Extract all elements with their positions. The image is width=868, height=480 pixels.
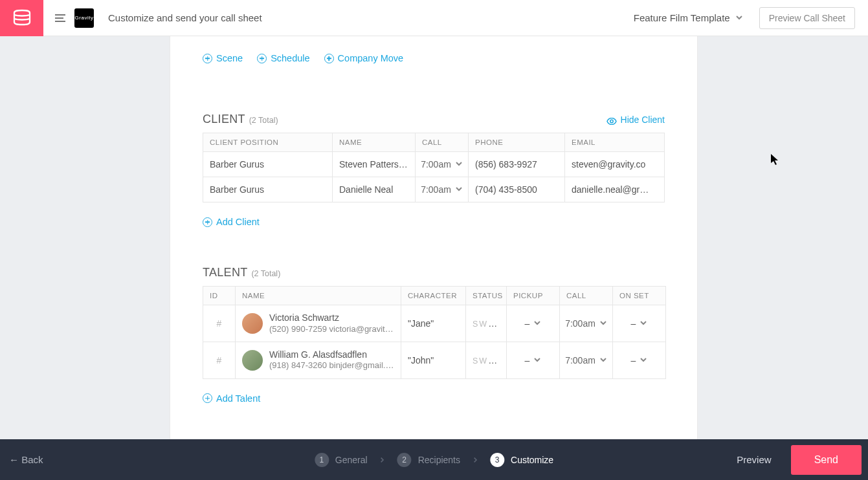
client-section-header: CLIENT (2 Total) Hide Client: [203, 113, 665, 126]
step-recipients[interactable]: 2 Recipients: [397, 453, 460, 467]
preview-call-sheet-button[interactable]: Preview Call Sheet: [759, 7, 855, 29]
col-client-email: EMAIL: [565, 133, 665, 152]
client-name-value: Danielle Neal: [333, 177, 416, 202]
talent-call-value: 7:00am: [565, 318, 595, 329]
talent-status-value[interactable]: SWHF: [473, 318, 502, 329]
talent-section-count: (2 Total): [251, 269, 280, 278]
talent-pickup-dropdown[interactable]: –: [513, 318, 553, 329]
client-call-value: 7:00am: [421, 184, 451, 195]
workspace: Scene Schedule Company Move CLIENT (2 To…: [0, 36, 868, 439]
table-row[interactable]: # Victoria Schwartz (520) 990-7259 victo…: [203, 305, 666, 342]
talent-onset-dropdown[interactable]: –: [619, 355, 659, 365]
back-button[interactable]: ← Back: [9, 454, 43, 465]
preview-button[interactable]: Preview: [737, 454, 771, 465]
chevron-down-icon: [533, 318, 541, 329]
page-title: Customize and send your call sheet: [108, 12, 262, 23]
plus-icon: [203, 393, 212, 403]
chevron-right-icon: [379, 455, 386, 465]
chevron-down-icon: [640, 355, 647, 365]
chevron-down-icon: [599, 355, 607, 365]
add-scene-button[interactable]: Scene: [203, 53, 243, 63]
step-number: 1: [315, 453, 329, 467]
step-label: Recipients: [418, 455, 460, 465]
step-number: 2: [397, 453, 412, 467]
talent-id-value: #: [217, 318, 222, 329]
talent-character-value: "John": [401, 342, 466, 378]
client-position-value: Barber Gurus: [210, 159, 264, 169]
avatar: [242, 313, 263, 334]
client-phone-value: (704) 435-8500: [469, 177, 565, 202]
talent-pickup-dropdown[interactable]: –: [513, 355, 553, 365]
talent-status-value[interactable]: SWHF: [473, 355, 502, 365]
col-talent-call: CALL: [560, 287, 613, 305]
talent-onset-value: –: [631, 318, 636, 329]
col-client-phone: PHONE: [469, 133, 565, 152]
add-client-button[interactable]: Add Client: [203, 217, 665, 227]
talent-id-value: #: [217, 355, 222, 365]
chevron-right-icon: [472, 455, 478, 465]
client-phone-value: (856) 683-9927: [469, 152, 565, 177]
table-row[interactable]: Barber Gurus Danielle Neal 7:00am (704) …: [203, 177, 665, 202]
add-schedule-button[interactable]: Schedule: [257, 53, 309, 63]
talent-table: ID NAME CHARACTER STATUS PICKUP CALL ON …: [203, 286, 666, 379]
talent-contact-value: (918) 847-3260 binjder@gmail.com: [269, 360, 394, 371]
add-talent-label: Add Talent: [216, 393, 260, 404]
add-schedule-label: Schedule: [271, 53, 309, 63]
add-company-move-button[interactable]: Company Move: [324, 53, 404, 63]
talent-pickup-value: –: [525, 318, 530, 329]
chevron-down-icon: [735, 12, 743, 23]
step-customize[interactable]: 3 Customize: [490, 453, 553, 467]
client-call-dropdown[interactable]: 7:00am: [422, 159, 462, 169]
chevron-down-icon: [455, 184, 463, 195]
chevron-down-icon: [640, 318, 647, 329]
avatar: [242, 350, 263, 371]
talent-character-value: "Jane": [401, 305, 466, 342]
wizard-steps: 1 General 2 Recipients 3 Customize: [315, 453, 553, 467]
talent-pickup-value: –: [525, 355, 530, 365]
client-call-dropdown[interactable]: 7:00am: [422, 184, 462, 195]
step-label: Customize: [511, 455, 553, 465]
talent-section-header: TALENT (2 Total): [203, 266, 665, 279]
hide-client-label: Hide Client: [621, 115, 665, 125]
chevron-down-icon: [599, 318, 607, 329]
client-call-value: 7:00am: [421, 159, 451, 169]
client-email-value: danielle.neal@gr…: [565, 177, 665, 202]
client-name-value: Steven Patterson: [333, 152, 416, 177]
send-button[interactable]: Send: [791, 445, 862, 475]
talent-contact-value: (520) 990-7259 victoria@gravity…: [269, 324, 394, 334]
plus-icon: [257, 54, 267, 63]
add-company-move-label: Company Move: [338, 53, 404, 63]
col-client-position: CLIENT POSITION: [203, 133, 333, 152]
client-position-value: Barber Gurus: [210, 184, 264, 195]
plus-icon: [324, 54, 334, 63]
project-thumbnail[interactable]: Gravity: [74, 8, 94, 28]
client-section-count: (2 Total): [249, 116, 278, 125]
col-talent-onset: ON SET: [613, 287, 666, 305]
talent-onset-value: –: [631, 355, 636, 365]
client-email-value: steven@gravity.co: [565, 152, 665, 177]
col-client-name: NAME: [333, 133, 416, 152]
talent-call-dropdown[interactable]: 7:00am: [566, 318, 606, 329]
add-block-row: Scene Schedule Company Move: [203, 47, 665, 67]
template-dropdown-label: Feature Film Template: [634, 12, 730, 23]
talent-call-dropdown[interactable]: 7:00am: [566, 355, 606, 365]
talent-name-value: William G. Alasdfsadflen: [269, 349, 394, 361]
menu-icon[interactable]: [55, 14, 65, 22]
step-general[interactable]: 1 General: [315, 453, 368, 467]
talent-name-value: Victoria Schwartz: [269, 312, 394, 324]
table-row[interactable]: # William G. Alasdfsadflen (918) 847-326…: [203, 342, 666, 378]
svg-point-0: [610, 120, 612, 122]
col-talent-pickup: PICKUP: [507, 287, 560, 305]
col-client-call: CALL: [416, 133, 469, 152]
topbar: Gravity Customize and send your call she…: [0, 0, 868, 36]
hide-client-button[interactable]: Hide Client: [606, 115, 665, 125]
client-table: CLIENT POSITION NAME CALL PHONE EMAIL Ba…: [203, 133, 665, 202]
brand-logo[interactable]: [0, 0, 43, 36]
template-dropdown[interactable]: Feature Film Template: [634, 12, 743, 23]
chevron-down-icon: [533, 355, 541, 365]
add-scene-label: Scene: [216, 53, 243, 63]
col-talent-id: ID: [203, 287, 236, 305]
add-talent-button[interactable]: Add Talent: [203, 393, 665, 404]
table-row[interactable]: Barber Gurus Steven Patterson 7:00am (85…: [203, 152, 665, 177]
talent-onset-dropdown[interactable]: –: [619, 318, 659, 329]
